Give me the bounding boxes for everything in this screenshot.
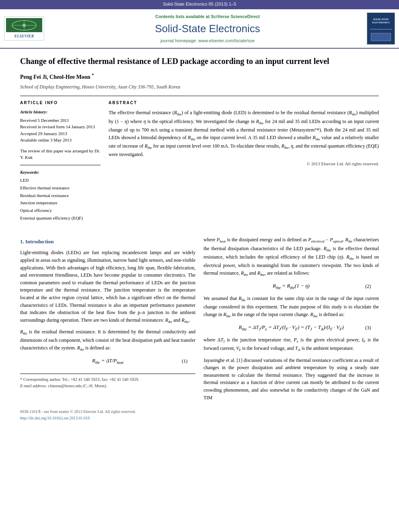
svg-point-4 bbox=[23, 24, 26, 27]
reviewer-note: The review of this paper was arranged by… bbox=[20, 148, 101, 161]
article-info-header: ARTICLE INFO bbox=[20, 100, 101, 106]
header-divider bbox=[20, 96, 379, 96]
affiliation: School of Display Engineering, Hoseo Uni… bbox=[20, 84, 379, 90]
sciverse-link[interactable]: SciVerse ScienceDirect bbox=[211, 14, 260, 19]
right-para4: Jayasinghe et al. [1] discussed variatio… bbox=[204, 357, 379, 402]
author-names: Peng Fei Ji, Cheol-Hee Moon bbox=[20, 74, 90, 80]
received-date: Received 5 December 2011 bbox=[20, 117, 101, 124]
abstract-column: ABSTRACT The effective thermal resistanc… bbox=[109, 100, 379, 222]
intro-section-title: 1. Introduction bbox=[20, 238, 195, 246]
main-right-column: where Pheat is the dissipated energy and… bbox=[204, 236, 379, 405]
footnote-email-line: E-mail address: clmoon@hoseo.edu (C.-H. … bbox=[20, 383, 195, 389]
keywords-label: Keywords: bbox=[20, 169, 101, 175]
article-title: Change of effective thermal resistance o… bbox=[20, 56, 379, 66]
formula-3-number: (3) bbox=[365, 325, 371, 331]
authors: Peng Fei Ji, Cheol-Hee Moon * bbox=[20, 72, 379, 81]
journal-reference-bar: Solid-State Electronics 85 (2013) 1–5 bbox=[0, 0, 399, 8]
journal-title: Solid-State Electronics bbox=[52, 21, 363, 36]
main-content: 1. Introduction Light-emitting diodes (L… bbox=[0, 236, 399, 405]
journal-cover-image: SOLID STATE ELECTRONICS An International… bbox=[367, 12, 395, 45]
abstract-text: The effective thermal resistance (Rthe) … bbox=[109, 109, 379, 158]
keywords-divider bbox=[20, 165, 101, 165]
article-meta-section: ARTICLE INFO Article history: Received 5… bbox=[20, 100, 379, 222]
revised-date: Received in revised form 14 January 2013 bbox=[20, 123, 101, 130]
formula-1: Rthr = ΔT/Pheat bbox=[92, 357, 123, 366]
journal-center: Contents lists available at SciVerse Sci… bbox=[52, 14, 363, 44]
keyword-junction-temp: Junction temperature bbox=[20, 199, 101, 207]
journal-homepage: journal homepage: www.elsevier.com/locat… bbox=[52, 38, 363, 44]
copyright-notice: © 2013 Elsevier Ltd. All rights reserved… bbox=[109, 161, 379, 167]
available-date: Available online 3 May 2013 bbox=[20, 137, 101, 144]
formula-3: Rthe = ΔTJ/Pe = ΔTJ/(IF · VF) = (TJ − TA… bbox=[239, 323, 343, 332]
footnote-area: * Corresponding author. Tel.: +82 41 540… bbox=[20, 374, 195, 389]
right-para1: where Pheat is the dissipated energy and… bbox=[204, 236, 379, 278]
article-info-column: ARTICLE INFO Article history: Received 5… bbox=[20, 100, 101, 222]
elsevier-logo: ELSEVIER bbox=[4, 16, 48, 41]
cover-title: SOLID STATE ELECTRONICS bbox=[367, 16, 395, 26]
doi-link[interactable]: http://dx.doi.org/10.1016/j.sse.2013.01.… bbox=[20, 416, 90, 420]
footnote-star-line: * Corresponding author. Tel.: +82 41 540… bbox=[20, 376, 195, 383]
keyword-residual-thermal: Residual thermal resistance bbox=[20, 192, 101, 199]
right-para2: We assumed that Rthr is constant for the… bbox=[204, 295, 379, 319]
elsevier-logo-graphic bbox=[6, 18, 42, 32]
formula-2-number: (2) bbox=[365, 283, 371, 289]
formula-1-block: Rthr = ΔT/Pheat (1) bbox=[28, 357, 187, 366]
keyword-effective-thermal: Effective thermal resistance bbox=[20, 184, 101, 192]
journal-header: ELSEVIER Contents lists available at Sci… bbox=[0, 8, 399, 49]
intro-para1: Light-emitting diodes (LEDs) are fast re… bbox=[20, 249, 195, 325]
footer-doi[interactable]: http://dx.doi.org/10.1016/j.sse.2013.01.… bbox=[20, 415, 379, 421]
corresponding-author-marker: * bbox=[92, 72, 94, 77]
keywords-list: LED Effective thermal resistance Residua… bbox=[20, 177, 101, 222]
keyword-led: LED bbox=[20, 177, 101, 184]
elsevier-brand-name: ELSEVIER bbox=[14, 33, 34, 39]
formula-2-block: Rthe = Rthr(1 − η) (2) bbox=[212, 282, 371, 291]
right-para3: where ΔTJ is the junction temperature ri… bbox=[204, 336, 379, 353]
main-left-column: 1. Introduction Light-emitting diodes (L… bbox=[20, 236, 195, 405]
footer-issn: 0038-1101/$ - see front matter © 2013 El… bbox=[20, 409, 379, 415]
accepted-date: Accepted 29 January 2013 bbox=[20, 130, 101, 137]
content-area: Change of effective thermal resistance o… bbox=[0, 49, 399, 230]
formula-1-number: (1) bbox=[182, 358, 187, 364]
formula-2: Rthe = Rthr(1 − η) bbox=[273, 282, 309, 291]
keyword-optical-eff: Optical efficiency bbox=[20, 207, 101, 214]
history-label: Article history: bbox=[20, 109, 101, 115]
sciverse-text: Contents lists available at SciVerse Sci… bbox=[52, 14, 363, 20]
formula-3-block: Rthe = ΔTJ/Pe = ΔTJ/(IF · VF) = (TJ − TA… bbox=[212, 323, 371, 332]
journal-reference: Solid-State Electronics 85 (2013) 1–5 bbox=[163, 2, 236, 6]
keyword-eqe: External quantum efficiency (EQF) bbox=[20, 214, 101, 222]
intro-para2: Rthr is the residual thermal resistance.… bbox=[20, 328, 195, 353]
abstract-header: ABSTRACT bbox=[109, 100, 379, 106]
footer-area: 0038-1101/$ - see front matter © 2013 El… bbox=[0, 409, 399, 421]
